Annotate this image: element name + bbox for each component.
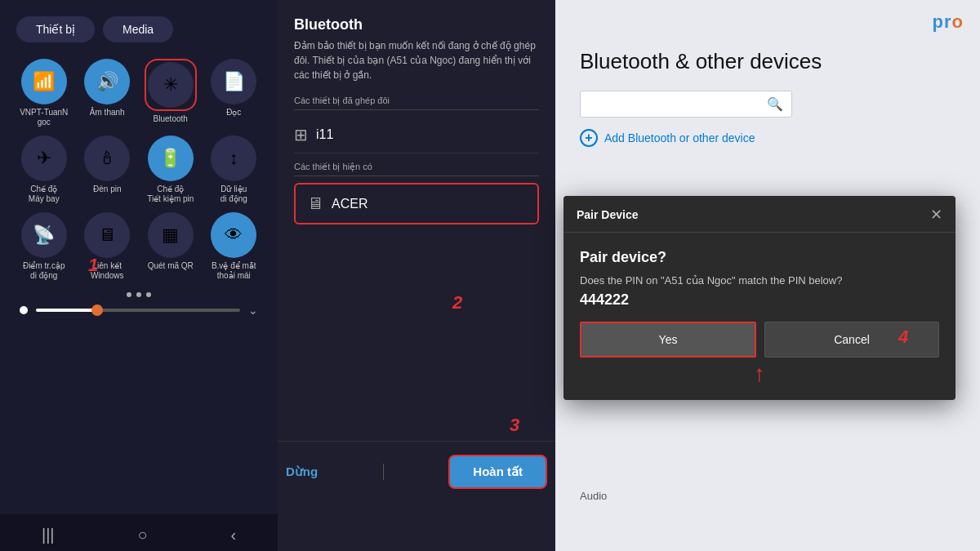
hotspot-icon: 📡 [21, 212, 67, 258]
available-device-acer[interactable]: 🖥 ACER [294, 183, 539, 224]
screen-protect-label: B.vệ để mắtthoải mái [212, 261, 256, 281]
windows-link-icon: 🖥 [84, 212, 130, 258]
bluetooth-panel-title: Bluetooth [294, 16, 539, 33]
sound-label: Âm thanh [90, 108, 125, 118]
tile-battery-save[interactable]: 🔋 Chế độTiết kiệm pin [143, 136, 198, 204]
bluetooth-panel-desc: Đảm bảo thiết bị bạn muốn kết nối đang ở… [294, 38, 539, 82]
tile-hotspot[interactable]: 📡 Điểm tr.cậpdi động [16, 212, 72, 281]
bluetooth-icon: ✳ [148, 62, 194, 108]
dot-nav [16, 292, 261, 297]
audio-section-label: Audio [580, 490, 607, 502]
qr-label: Quét mã QR [148, 261, 194, 271]
wifi-label: VNPT-TuanNgoc [20, 108, 68, 127]
paired-device-name: i11 [316, 127, 333, 142]
tile-bluetooth[interactable]: ✳ Bluetooth [143, 59, 198, 127]
tile-mobile-data[interactable]: ↕ Dữ liệudi động [207, 136, 262, 204]
pair-question-text: Pair device? [580, 249, 939, 266]
step-3-badge: 3 [510, 415, 519, 436]
pair-yes-button[interactable]: Yes [580, 322, 756, 358]
step-1-badge: 1 [88, 255, 98, 276]
quick-tiles-grid: 📶 VNPT-TuanNgoc 🔊 Âm thanh ✳ Bluetooth 📄… [16, 59, 261, 281]
pair-dialog-title: Pair Device [577, 208, 639, 221]
stop-button[interactable]: Dừng [286, 464, 318, 479]
pro-logo-text: pr [933, 11, 952, 32]
tile-doc[interactable]: 📄 Đọc [207, 59, 262, 127]
hotspot-label: Điểm tr.cậpdi động [23, 261, 65, 281]
tile-wifi[interactable]: 📶 VNPT-TuanNgoc [16, 59, 72, 127]
search-row: 🔍 [580, 91, 792, 118]
pair-pin: 444222 [580, 291, 939, 309]
step-2-badge: 2 [452, 292, 462, 313]
mobile-data-icon: ↕ [211, 136, 256, 181]
done-button[interactable]: Hoàn tất [448, 455, 547, 489]
footer-divider [383, 464, 384, 480]
sound-icon: 🔊 [84, 59, 130, 104]
pair-dialog-header: Pair Device ✕ [564, 196, 956, 233]
android-tabs: Thiết bị Media [16, 16, 261, 42]
tile-flashlight[interactable]: 🕯 Đèn pin [80, 136, 136, 204]
add-device-label: Add Bluetooth or other device [604, 131, 755, 144]
paired-device-i11[interactable]: ⊞ i11 [294, 117, 539, 153]
available-section-label: Các thiết bị hiện có [294, 162, 539, 176]
android-bottom-nav: ||| ○ ‹ [0, 514, 278, 551]
available-device-name: ACER [332, 197, 368, 211]
bluetooth-footer: Dừng Hoàn tất [278, 441, 555, 502]
battery-icon: 🔋 [148, 136, 194, 181]
search-icon: 🔍 [767, 96, 783, 112]
available-device-icon: 🖥 [307, 194, 323, 213]
tile-screen-protect[interactable]: 👁 B.vệ để mắtthoải mái [207, 212, 262, 281]
mobile-data-label: Dữ liệudi động [220, 184, 247, 204]
nav-back-button[interactable]: ‹ [230, 526, 236, 544]
bluetooth-highlight-box: ✳ [145, 59, 197, 111]
nav-menu-button[interactable]: ||| [42, 526, 55, 544]
add-device-icon: + [580, 129, 598, 147]
brightness-row: ⌄ [16, 304, 261, 317]
pair-cancel-button[interactable]: Cancel [764, 322, 939, 358]
bluetooth-device-panel: Bluetooth Đảm bảo thiết bị bạn muốn kết … [278, 0, 555, 551]
wifi-icon: 📶 [21, 59, 67, 104]
screen-protect-icon: 👁 [211, 212, 256, 258]
brightness-slider[interactable] [36, 309, 240, 312]
arrow-up-indicator: ↑ [580, 361, 939, 387]
pair-dialog-body: Pair device? Does the PIN on "A51 của Ng… [564, 233, 956, 400]
airplane-icon: ✈ [21, 136, 67, 181]
pair-device-dialog: Pair Device ✕ Pair device? Does the PIN … [564, 196, 956, 400]
tile-airplane[interactable]: ✈ Chế độMáy bay [16, 136, 72, 204]
android-quick-settings: Thiết bị Media 📶 VNPT-TuanNgoc 🔊 Âm than… [0, 0, 278, 551]
brightness-chevron-icon[interactable]: ⌄ [248, 304, 258, 317]
doc-label: Đọc [226, 108, 241, 118]
pro-logo-dot: o [952, 11, 964, 32]
tile-sound[interactable]: 🔊 Âm thanh [80, 59, 136, 127]
bluetooth-label: Bluetooth [154, 114, 188, 124]
search-input[interactable] [589, 98, 767, 110]
tab-thiet-bi[interactable]: Thiết bị [16, 16, 95, 42]
windows-bt-title: Bluetooth & other devices [580, 49, 956, 74]
flashlight-icon: 🕯 [84, 136, 130, 181]
paired-device-icon: ⊞ [294, 125, 308, 144]
nav-home-button[interactable]: ○ [137, 526, 147, 544]
flashlight-label: Đèn pin [93, 184, 121, 194]
doc-icon: 📄 [211, 59, 256, 104]
pair-description: Does the PIN on "A51 của Ngoc" match the… [580, 274, 939, 287]
pair-close-button[interactable]: ✕ [930, 206, 942, 224]
brightness-thumb [91, 304, 103, 316]
paired-section-label: Các thiết bị đã ghép đôi [294, 96, 539, 110]
brightness-icon [20, 306, 28, 314]
airplane-label: Chế độMáy bay [29, 184, 60, 204]
add-device-button[interactable]: + Add Bluetooth or other device [580, 129, 956, 147]
pro-logo: pro [933, 11, 964, 33]
tile-qr[interactable]: ▦ Quét mã QR [143, 212, 198, 281]
pair-action-buttons: Yes Cancel [580, 322, 939, 358]
battery-label: Chế độTiết kiệm pin [147, 184, 194, 204]
tab-media[interactable]: Media [103, 16, 173, 42]
qr-icon: ▦ [148, 212, 194, 258]
step-4-badge: 4 [898, 327, 908, 348]
